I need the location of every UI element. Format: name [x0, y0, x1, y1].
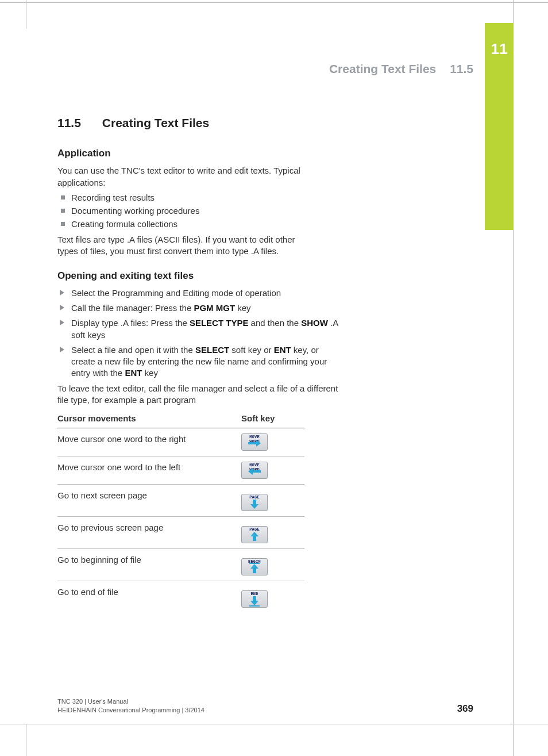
- content: 11.5 Creating Text Files Application You…: [57, 115, 362, 613]
- opening-outro: To leave the text editor, call the file …: [57, 383, 339, 406]
- section-number: 11.5: [57, 115, 99, 131]
- table-cell-softkey: BEGIN: [241, 549, 304, 581]
- table-row: Move cursor one word to the leftMOVEWORD: [57, 456, 304, 485]
- table-cell-desc: Move cursor one word to the right: [57, 428, 241, 456]
- footer-line2: HEIDENHAIN Conversational Programming | …: [57, 706, 204, 715]
- table-row: Move cursor one word to the rightMOVEWOR…: [57, 428, 304, 456]
- svg-rect-4: [249, 563, 260, 564]
- list-item: Select the Programming and Editing mode …: [57, 287, 339, 299]
- table-header-col1: Cursor movements: [57, 409, 241, 428]
- table-cell-softkey: END: [241, 581, 304, 613]
- list-item: Call the file manager: Press the PGM MGT…: [57, 302, 339, 314]
- table-cell-softkey: PAGE: [241, 517, 304, 549]
- softkey-end-down: END: [241, 590, 268, 608]
- svg-marker-6: [250, 596, 258, 605]
- opening-heading: Opening and exiting text files: [57, 270, 362, 283]
- table-cell-softkey: PAGE: [241, 485, 304, 517]
- svg-marker-1: [248, 468, 261, 475]
- table-cell-desc: Go to previous screen page: [57, 517, 241, 549]
- table-cell-softkey: MOVEWORD: [241, 456, 304, 485]
- application-bullets: Recording test results Documenting worki…: [57, 192, 362, 231]
- application-para2: Text files are type .A files (ASCII file…: [57, 234, 304, 258]
- softkey-begin-up: BEGIN: [241, 558, 268, 575]
- svg-marker-0: [248, 440, 261, 447]
- svg-marker-3: [250, 532, 258, 541]
- page-number: 369: [457, 703, 473, 715]
- softkey-move-left: MOVEWORD: [241, 462, 268, 479]
- table-header-col2: Soft key: [241, 409, 304, 428]
- running-head-number: 11.5: [450, 62, 473, 75]
- list-item: Recording test results: [57, 192, 362, 204]
- list-item: Documenting working procedures: [57, 205, 362, 217]
- running-head: Creating Text Files 11.5: [329, 62, 473, 76]
- crop-mark: [0, 0, 548, 3]
- table-cell-desc: Go to next screen page: [57, 485, 241, 517]
- footer-line1: TNC 320 | User's Manual: [57, 697, 204, 706]
- chapter-number: 11: [485, 23, 514, 58]
- softkey-page-down: PAGE: [241, 494, 268, 511]
- softkey-page-up: PAGE: [241, 526, 268, 543]
- footer: TNC 320 | User's Manual HEIDENHAIN Conve…: [57, 697, 204, 715]
- crop-mark: [26, 0, 26, 29]
- table-cell-softkey: MOVEWORD: [241, 428, 304, 456]
- page: 11 Creating Text Files 11.5 11.5 Creatin…: [0, 0, 548, 756]
- table-row: Go to next screen pagePAGE: [57, 485, 304, 517]
- table-row: Go to beginning of fileBEGIN: [57, 549, 304, 581]
- application-intro: You can use the TNC's text editor to wri…: [57, 165, 304, 189]
- table-cell-desc: Go to end of file: [57, 581, 241, 613]
- table-cell-desc: Move cursor one word to the left: [57, 456, 241, 485]
- softkey-table: Cursor movements Soft key Move cursor on…: [57, 409, 304, 613]
- crop-mark: [26, 724, 26, 756]
- section-heading: Creating Text Files: [102, 116, 209, 129]
- list-item: Display type .A files: Press the SELECT …: [57, 317, 339, 341]
- chapter-tab: 11: [485, 23, 514, 230]
- table-row: Go to end of fileEND: [57, 581, 304, 613]
- table-row: Go to previous screen pagePAGE: [57, 517, 304, 549]
- softkey-move-right: MOVEWORD: [241, 433, 268, 451]
- crop-mark: [0, 724, 548, 724]
- svg-rect-7: [249, 605, 260, 607]
- list-item: Creating formula collections: [57, 218, 362, 230]
- table-cell-desc: Go to beginning of file: [57, 549, 241, 581]
- application-heading: Application: [57, 147, 362, 160]
- opening-steps: Select the Programming and Editing mode …: [57, 287, 362, 379]
- running-head-title: Creating Text Files: [329, 62, 436, 75]
- svg-marker-2: [250, 500, 258, 509]
- svg-marker-5: [250, 564, 258, 573]
- list-item: Select a file and open it with the SELEC…: [57, 344, 339, 379]
- section-title: 11.5 Creating Text Files: [57, 115, 362, 131]
